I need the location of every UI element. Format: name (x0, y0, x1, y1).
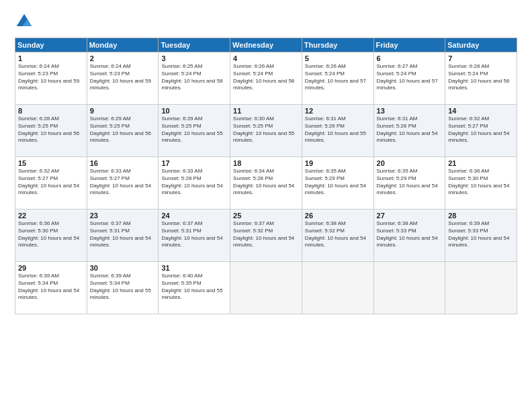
day-info: Sunrise: 6:37 AMSunset: 5:32 PMDaylight:… (233, 220, 299, 249)
day-number: 29 (18, 264, 84, 272)
week-row-4: 22Sunrise: 6:36 AMSunset: 5:30 PMDayligh… (15, 210, 517, 262)
week-row-1: 1Sunrise: 6:24 AMSunset: 5:23 PMDaylight… (15, 52, 517, 105)
day-cell: 14Sunrise: 6:32 AMSunset: 5:27 PMDayligh… (445, 105, 517, 157)
day-cell (445, 262, 517, 314)
col-header-thursday: Thursday (302, 38, 373, 52)
day-number: 2 (90, 54, 156, 62)
day-info: Sunrise: 6:35 AMSunset: 5:29 PMDaylight:… (377, 168, 443, 197)
day-cell: 12Sunrise: 6:31 AMSunset: 5:26 PMDayligh… (302, 105, 373, 157)
day-info: Sunrise: 6:33 AMSunset: 5:27 PMDaylight:… (90, 168, 156, 197)
day-cell: 1Sunrise: 6:24 AMSunset: 5:23 PMDaylight… (15, 52, 87, 105)
day-number: 17 (161, 159, 227, 167)
day-info: Sunrise: 6:32 AMSunset: 5:27 PMDaylight:… (448, 116, 514, 144)
day-number: 6 (377, 54, 443, 62)
day-info: Sunrise: 6:39 AMSunset: 5:34 PMDaylight:… (18, 273, 84, 302)
day-info: Sunrise: 6:37 AMSunset: 5:31 PMDaylight:… (90, 220, 156, 249)
col-header-saturday: Saturday (445, 38, 517, 52)
day-cell (302, 262, 373, 314)
day-number: 26 (305, 212, 371, 220)
day-info: Sunrise: 6:28 AMSunset: 5:24 PMDaylight:… (448, 63, 514, 92)
day-cell: 25Sunrise: 6:37 AMSunset: 5:32 PMDayligh… (230, 210, 302, 262)
day-cell: 11Sunrise: 6:30 AMSunset: 5:25 PMDayligh… (230, 105, 302, 157)
day-info: Sunrise: 6:36 AMSunset: 5:30 PMDaylight:… (18, 220, 84, 249)
day-info: Sunrise: 6:35 AMSunset: 5:29 PMDaylight:… (305, 168, 371, 197)
day-number: 9 (90, 107, 156, 115)
day-cell (373, 262, 445, 314)
day-info: Sunrise: 6:38 AMSunset: 5:32 PMDaylight:… (305, 220, 371, 249)
day-number: 31 (161, 264, 227, 272)
day-number: 5 (305, 54, 371, 62)
day-cell: 15Sunrise: 6:32 AMSunset: 5:27 PMDayligh… (15, 157, 87, 210)
day-cell: 9Sunrise: 6:29 AMSunset: 5:25 PMDaylight… (87, 105, 159, 157)
day-number: 25 (233, 212, 299, 220)
day-number: 23 (90, 212, 156, 220)
day-number: 22 (18, 212, 84, 220)
day-cell: 7Sunrise: 6:28 AMSunset: 5:24 PMDaylight… (445, 52, 517, 105)
day-number: 15 (18, 159, 84, 167)
day-number: 20 (377, 159, 443, 167)
day-cell: 16Sunrise: 6:33 AMSunset: 5:27 PMDayligh… (87, 157, 159, 210)
day-cell (230, 262, 302, 314)
day-info: Sunrise: 6:31 AMSunset: 5:26 PMDaylight:… (377, 116, 443, 144)
day-cell: 19Sunrise: 6:35 AMSunset: 5:29 PMDayligh… (302, 157, 373, 210)
day-number: 16 (90, 159, 156, 167)
day-number: 18 (233, 159, 299, 167)
day-cell: 26Sunrise: 6:38 AMSunset: 5:32 PMDayligh… (302, 210, 373, 262)
day-info: Sunrise: 6:34 AMSunset: 5:28 PMDaylight:… (233, 168, 299, 197)
day-cell: 31Sunrise: 6:40 AMSunset: 5:35 PMDayligh… (159, 262, 230, 314)
col-header-friday: Friday (373, 38, 445, 52)
day-info: Sunrise: 6:37 AMSunset: 5:31 PMDaylight:… (161, 220, 227, 249)
day-info: Sunrise: 6:31 AMSunset: 5:26 PMDaylight:… (305, 116, 371, 144)
header (15, 12, 517, 31)
day-number: 12 (305, 107, 371, 115)
day-number: 27 (377, 212, 443, 220)
day-info: Sunrise: 6:26 AMSunset: 5:24 PMDaylight:… (305, 63, 371, 92)
day-cell: 13Sunrise: 6:31 AMSunset: 5:26 PMDayligh… (373, 105, 445, 157)
day-info: Sunrise: 6:40 AMSunset: 5:35 PMDaylight:… (161, 273, 227, 302)
week-row-2: 8Sunrise: 6:28 AMSunset: 5:25 PMDaylight… (15, 105, 517, 157)
day-info: Sunrise: 6:27 AMSunset: 5:24 PMDaylight:… (377, 63, 443, 92)
week-row-3: 15Sunrise: 6:32 AMSunset: 5:27 PMDayligh… (15, 157, 517, 210)
day-number: 11 (233, 107, 299, 115)
day-cell: 21Sunrise: 6:36 AMSunset: 5:30 PMDayligh… (445, 157, 517, 210)
day-cell: 17Sunrise: 6:33 AMSunset: 5:28 PMDayligh… (159, 157, 230, 210)
logo (15, 12, 36, 31)
day-number: 13 (377, 107, 443, 115)
day-number: 21 (448, 159, 514, 167)
day-cell: 8Sunrise: 6:28 AMSunset: 5:25 PMDaylight… (15, 105, 87, 157)
logo-icon (15, 12, 34, 31)
day-number: 8 (18, 107, 84, 115)
day-cell: 10Sunrise: 6:29 AMSunset: 5:25 PMDayligh… (159, 105, 230, 157)
day-info: Sunrise: 6:38 AMSunset: 5:33 PMDaylight:… (377, 220, 443, 249)
day-cell: 20Sunrise: 6:35 AMSunset: 5:29 PMDayligh… (373, 157, 445, 210)
day-cell: 22Sunrise: 6:36 AMSunset: 5:30 PMDayligh… (15, 210, 87, 262)
day-number: 28 (448, 212, 514, 220)
day-info: Sunrise: 6:25 AMSunset: 5:24 PMDaylight:… (161, 63, 227, 92)
day-number: 10 (161, 107, 227, 115)
day-number: 14 (448, 107, 514, 115)
day-cell: 27Sunrise: 6:38 AMSunset: 5:33 PMDayligh… (373, 210, 445, 262)
col-header-wednesday: Wednesday (230, 38, 302, 52)
day-cell: 29Sunrise: 6:39 AMSunset: 5:34 PMDayligh… (15, 262, 87, 314)
day-info: Sunrise: 6:33 AMSunset: 5:28 PMDaylight:… (161, 168, 227, 197)
day-cell: 2Sunrise: 6:24 AMSunset: 5:23 PMDaylight… (87, 52, 159, 105)
day-number: 30 (90, 264, 156, 272)
day-number: 4 (233, 54, 299, 62)
day-info: Sunrise: 6:26 AMSunset: 5:24 PMDaylight:… (233, 63, 299, 92)
day-cell: 4Sunrise: 6:26 AMSunset: 5:24 PMDaylight… (230, 52, 302, 105)
day-info: Sunrise: 6:29 AMSunset: 5:25 PMDaylight:… (90, 116, 156, 144)
col-header-sunday: Sunday (15, 38, 87, 52)
day-cell: 18Sunrise: 6:34 AMSunset: 5:28 PMDayligh… (230, 157, 302, 210)
header-row: SundayMondayTuesdayWednesdayThursdayFrid… (15, 38, 517, 52)
day-number: 1 (18, 54, 84, 62)
day-cell: 6Sunrise: 6:27 AMSunset: 5:24 PMDaylight… (373, 52, 445, 105)
day-info: Sunrise: 6:24 AMSunset: 5:23 PMDaylight:… (18, 63, 84, 92)
day-cell: 24Sunrise: 6:37 AMSunset: 5:31 PMDayligh… (159, 210, 230, 262)
day-cell: 28Sunrise: 6:39 AMSunset: 5:33 PMDayligh… (445, 210, 517, 262)
day-info: Sunrise: 6:36 AMSunset: 5:30 PMDaylight:… (448, 168, 514, 197)
day-info: Sunrise: 6:24 AMSunset: 5:23 PMDaylight:… (90, 63, 156, 92)
day-info: Sunrise: 6:29 AMSunset: 5:25 PMDaylight:… (161, 116, 227, 144)
calendar-table: SundayMondayTuesdayWednesdayThursdayFrid… (15, 38, 517, 314)
day-number: 24 (161, 212, 227, 220)
day-info: Sunrise: 6:39 AMSunset: 5:34 PMDaylight:… (90, 273, 156, 302)
